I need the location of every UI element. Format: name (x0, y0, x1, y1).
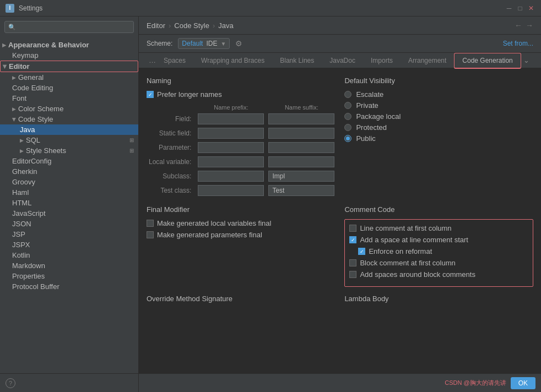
tab-expand-icon[interactable]: ⌄ (523, 56, 529, 64)
nav-forward-button[interactable]: → (526, 21, 533, 30)
package-local-radio[interactable] (344, 113, 351, 120)
tab-code-generation[interactable]: Code Generation (454, 53, 521, 69)
sidebar-item-font[interactable]: Font (0, 93, 138, 104)
local-var-label: Local variable: (147, 155, 196, 169)
sidebar-item-java[interactable]: Java (0, 124, 138, 135)
escalate-row: Escalate (344, 90, 533, 99)
sidebar-item-kotlin[interactable]: Kotlin (0, 250, 138, 260)
sidebar-item-haml[interactable]: Haml (0, 187, 138, 198)
tab-arrangement[interactable]: Arrangement (401, 53, 454, 69)
sidebar-item-color-scheme[interactable]: ▶ Color Scheme (0, 104, 138, 114)
maximize-button[interactable]: □ (516, 4, 524, 13)
local-var-prefix-input[interactable] (198, 156, 264, 167)
sidebar-item-label: General (18, 73, 44, 81)
private-row: Private (344, 101, 533, 110)
protected-row: Protected (344, 123, 533, 132)
arrow-icon: ▶ (20, 148, 24, 154)
parameter-suffix-input[interactable] (268, 142, 334, 153)
local-var-suffix-input[interactable] (268, 156, 334, 167)
arrow-icon: ▶ (20, 138, 24, 143)
sidebar-item-label: JSP (12, 230, 25, 238)
field-suffix-input[interactable] (268, 113, 334, 124)
subclass-prefix-input[interactable] (198, 171, 264, 182)
sidebar-item-javascript[interactable]: JavaScript (0, 208, 138, 219)
sidebar-item-code-style[interactable]: ▶ Code Style (0, 114, 138, 124)
test-class-prefix-input[interactable] (198, 185, 264, 196)
minimize-button[interactable]: ─ (505, 4, 513, 13)
sidebar-item-jspx[interactable]: JSPX (0, 239, 138, 250)
main-layout: 🔍 ▶ Appearance & Behavior Keymap ▶ Edito… (0, 17, 541, 392)
add-spaces-block-comments-label: Add spaces around block comments (360, 270, 475, 279)
prefer-longer-names-row: Prefer longer names (147, 90, 337, 99)
sidebar-item-label: Properties (12, 272, 45, 280)
sidebar-item-label: EditorConfig (12, 157, 52, 165)
block-comment-first-col-checkbox[interactable] (349, 259, 356, 266)
search-box[interactable]: 🔍 (4, 21, 134, 33)
escalate-radio[interactable] (344, 91, 351, 98)
static-field-prefix-input[interactable] (198, 128, 264, 139)
sidebar-item-groovy[interactable]: Groovy (0, 177, 138, 187)
private-radio[interactable] (344, 102, 351, 109)
tab-spaces[interactable]: Spaces (156, 53, 193, 69)
sidebar-item-properties[interactable]: Properties (0, 271, 138, 281)
sidebar-item-label: HTML (12, 199, 31, 207)
sidebar-item-general[interactable]: ▶ General (0, 72, 138, 83)
sidebar-item-label: Color Scheme (18, 105, 63, 113)
sidebar-item-editor[interactable]: ▶ Editor (0, 61, 138, 72)
watermark: CSDN @胸大的请先讲 (445, 379, 506, 387)
tab-imports[interactable]: Imports (363, 53, 401, 69)
subclass-suffix-input[interactable] (268, 171, 334, 182)
sidebar-item-jsp[interactable]: JSP (0, 229, 138, 239)
line-comment-first-col-checkbox[interactable] (349, 225, 356, 232)
sidebar-item-markdown[interactable]: Markdown (0, 260, 138, 271)
scheme-ide: IDE (206, 40, 217, 47)
search-input[interactable] (19, 23, 130, 31)
field-prefix-input[interactable] (198, 113, 264, 124)
add-space-line-comment-checkbox[interactable] (349, 236, 356, 243)
sidebar-item-json[interactable]: JSON (0, 219, 138, 229)
sidebar-footer: ? (0, 373, 138, 392)
sidebar-item-style-sheets[interactable]: ▶ Style Sheets ⊞ (0, 145, 138, 156)
name-suffix-header: Name suffix: (266, 103, 337, 112)
ok-button[interactable]: OK (511, 377, 535, 389)
tab-javadoc[interactable]: JavaDoc (322, 53, 363, 69)
window-controls[interactable]: ─ □ ✕ (505, 4, 535, 13)
tab-scroll-more[interactable]: … (149, 56, 156, 64)
enforce-reformat-checkbox[interactable] (358, 248, 365, 255)
sidebar-item-gherkin[interactable]: Gherkin (0, 166, 138, 177)
set-from-link[interactable]: Set from... (503, 40, 533, 47)
test-class-suffix-input[interactable] (268, 185, 334, 196)
sidebar-item-code-editing[interactable]: Code Editing (0, 83, 138, 93)
static-field-suffix-input[interactable] (268, 128, 334, 139)
close-button[interactable]: ✕ (527, 4, 535, 13)
scheme-dropdown[interactable]: Default IDE ▼ (178, 38, 230, 49)
sidebar-item-label: Markdown (12, 262, 45, 270)
tab-wrapping[interactable]: Wrapping and Braces (193, 53, 272, 69)
make-params-final-checkbox[interactable] (147, 231, 154, 238)
protected-radio[interactable] (344, 124, 351, 131)
public-label: Public (356, 134, 375, 143)
gear-icon[interactable]: ⚙ (235, 39, 242, 48)
sidebar-item-label: Font (12, 94, 26, 102)
sidebar-item-sql[interactable]: ▶ SQL ⊞ (0, 135, 138, 145)
name-prefix-header: Name prefix: (196, 103, 266, 112)
add-spaces-block-comments-checkbox[interactable] (349, 271, 356, 278)
parameter-prefix-input[interactable] (198, 142, 264, 153)
help-button[interactable]: ? (6, 378, 15, 388)
sidebar-item-html[interactable]: HTML (0, 198, 138, 208)
sidebar-item-editor-config[interactable]: EditorConfig (0, 156, 138, 166)
make-local-final-label: Make generated local variables final (157, 219, 271, 227)
breadcrumb-sep-1: › (169, 21, 171, 30)
public-radio[interactable] (344, 135, 351, 142)
sidebar-item-appearance[interactable]: ▶ Appearance & Behavior (0, 40, 138, 50)
sidebar-item-keymap[interactable]: Keymap (0, 50, 138, 61)
tab-blank-lines[interactable]: Blank Lines (272, 53, 322, 69)
comment-code-section: Comment Code Line comment at first colum… (344, 205, 533, 287)
nav-back-button[interactable]: ← (515, 21, 522, 30)
block-comment-first-col-label: Block comment at first column (360, 259, 455, 267)
add-space-line-comment-row: Add a space at line comment start (349, 236, 528, 244)
line-comment-first-col-row: Line comment at first column (349, 224, 528, 232)
prefer-longer-names-checkbox[interactable] (147, 91, 154, 98)
sidebar-item-protocol-buffer[interactable]: Protocol Buffer (0, 281, 138, 292)
make-local-final-checkbox[interactable] (147, 220, 154, 227)
